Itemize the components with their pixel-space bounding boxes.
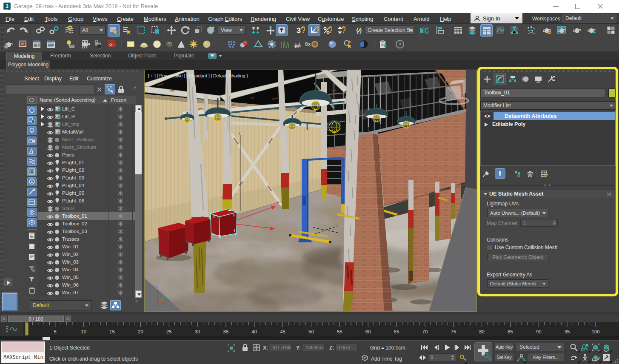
svg-text:70: 70: [422, 329, 428, 334]
svg-text:65: 65: [394, 329, 399, 334]
svg-text:85: 85: [508, 329, 513, 334]
svg-text:80: 80: [479, 329, 485, 334]
svg-text:35: 35: [223, 329, 229, 334]
svg-text:5: 5: [54, 329, 57, 334]
svg-text:y: y: [165, 295, 167, 299]
svg-text:45: 45: [280, 329, 285, 334]
svg-text:50: 50: [308, 329, 314, 334]
svg-text:N-E: N-E: [450, 91, 455, 94]
svg-text:20: 20: [138, 329, 143, 334]
svg-text:Y: Y: [277, 200, 280, 205]
svg-text:100: 100: [591, 329, 599, 334]
svg-text:HF: HF: [295, 45, 300, 49]
svg-text:95: 95: [565, 329, 570, 334]
svg-text:55: 55: [337, 329, 342, 334]
svg-text:z: z: [155, 285, 157, 289]
svg-text:25: 25: [166, 329, 172, 334]
svg-text:3: 3: [6, 3, 9, 9]
svg-text:?: ?: [398, 42, 401, 48]
svg-text:[ + ] [ Perspective ] [ Standa: [ + ] [ Perspective ] [ Standard ] [ Def…: [148, 73, 248, 78]
svg-text:75: 75: [451, 329, 456, 334]
svg-text:15: 15: [109, 329, 115, 334]
svg-text:30: 30: [195, 329, 200, 334]
svg-text:3: 3: [297, 26, 301, 35]
svg-text:90: 90: [536, 329, 542, 334]
svg-text:{: {: [356, 26, 359, 34]
svg-text:10: 10: [81, 329, 86, 334]
svg-text:x: x: [166, 303, 168, 307]
svg-text:40: 40: [251, 329, 257, 334]
svg-text:60: 60: [365, 329, 371, 334]
svg-text:z: z: [239, 131, 241, 135]
